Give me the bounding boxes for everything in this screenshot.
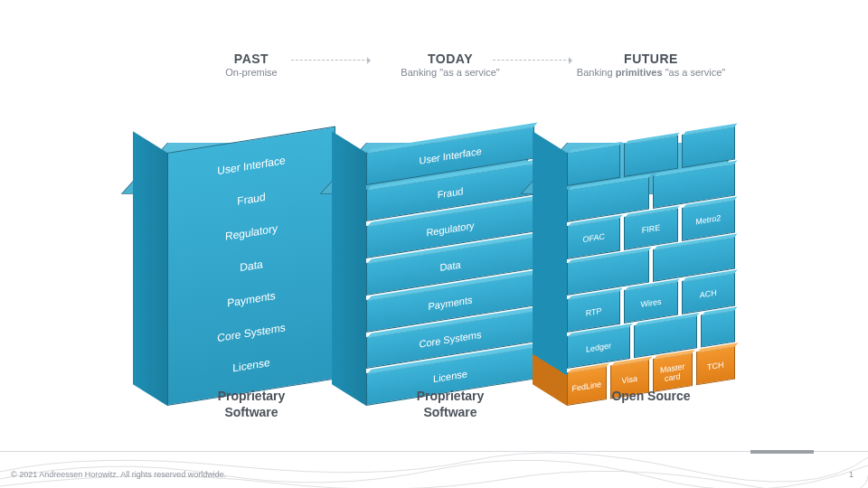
brick-label: RTP	[586, 305, 602, 317]
era-caption: ProprietarySoftware	[342, 389, 559, 420]
tower-face: User Interface Fraud Regulatory Data Pay…	[167, 127, 335, 406]
era-future-header: FUTURE Banking primitives "as a service"	[542, 52, 760, 78]
brick-label: ACH	[700, 287, 717, 299]
layer-label: Fraud	[438, 185, 464, 201]
tower-side	[133, 131, 167, 406]
era-title: FUTURE	[542, 52, 760, 66]
era-today-header: TODAY Banking "as a service" User Interf…	[342, 52, 559, 78]
tower-side	[533, 131, 567, 406]
brick-label: Wires	[640, 296, 661, 309]
brick: Master card	[653, 353, 693, 392]
era-subtitle: Banking primitives "as a service"	[542, 67, 760, 78]
era-past-header: PAST On-premise User Interface Fraud Reg…	[143, 52, 360, 78]
brick-label: Visa	[622, 373, 637, 385]
footer-accent	[750, 450, 814, 454]
brick-label: FIRE	[642, 223, 661, 235]
past-tower: User Interface Fraud Regulatory Data Pay…	[167, 143, 335, 414]
brick-label: OFAC	[582, 232, 605, 245]
copyright-text: © 2021 Andreessen Horowitz. All rights r…	[11, 470, 226, 479]
layer-label: Payments	[227, 289, 275, 309]
layer-label: License	[232, 356, 269, 375]
monolith-stack: User Interface Fraud Regulatory Data Pay…	[167, 127, 335, 406]
layer-label: Core Systems	[419, 329, 481, 350]
tower-side	[332, 131, 366, 406]
brick: TCH	[696, 346, 736, 385]
brick-label: TCH	[707, 360, 724, 371]
brick-stack: OFAC FIRE Metro2 RTP Wires ACH Ledge	[567, 127, 735, 406]
slab-stack: User Interface Fraud Regulatory Data Pay…	[366, 127, 534, 406]
era-caption: ProprietarySoftware	[143, 389, 360, 420]
future-tower: OFAC FIRE Metro2 RTP Wires ACH Ledge	[567, 143, 735, 414]
layer-label: Regulatory	[225, 222, 278, 243]
today-tower: User Interface Fraud Regulatory Data Pay…	[366, 143, 534, 414]
brick-label: Master card	[656, 361, 690, 384]
layer-label: Data	[240, 258, 262, 274]
layer-label: License	[433, 368, 467, 384]
brick	[701, 309, 735, 348]
brick-label: Metro2	[695, 213, 721, 226]
layer-label: Regulatory	[426, 220, 474, 238]
era-caption: Open Source	[542, 389, 760, 405]
layer-label: Data	[439, 258, 460, 273]
era-subtitle: Banking "as a service"	[342, 67, 559, 78]
tower-face: User Interface Fraud Regulatory Data Pay…	[366, 127, 534, 406]
page-number: 1	[849, 470, 854, 479]
layer-label: Fraud	[237, 191, 265, 208]
layer-label: Core Systems	[217, 321, 285, 344]
layer-label: User Interface	[217, 155, 285, 178]
slide-footer: © 2021 Andreessen Horowitz. All rights r…	[0, 451, 868, 488]
brick-label: Ledger	[586, 341, 611, 353]
layer-label: User Interface	[419, 145, 481, 166]
slide: PAST On-premise User Interface Fraud Reg…	[0, 0, 868, 488]
layer-label: Payments	[429, 294, 473, 312]
era-subtitle: On-premise	[143, 67, 360, 78]
tower-face: OFAC FIRE Metro2 RTP Wires ACH Ledge	[567, 127, 735, 406]
